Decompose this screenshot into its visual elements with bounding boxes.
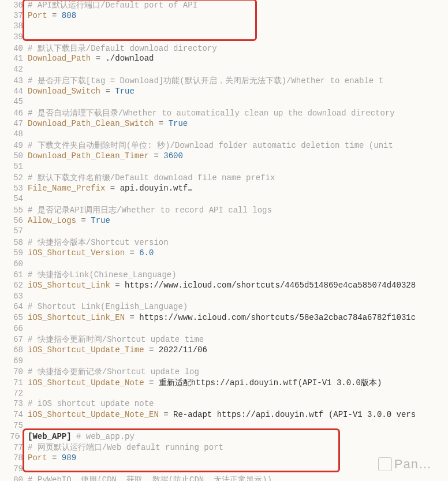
code-line: 42 (0, 65, 448, 76)
comment: # API默认运行端口/Default port of API (28, 0, 197, 10)
code-line: 69 (0, 356, 448, 367)
code-line: 80# PyWebIO……使用(CDN……获取……数据(防止CDN……无法正常显… (0, 475, 448, 481)
code-line: 70# 快捷指令更新记录/Shortcut update log (0, 367, 448, 378)
code-line: 62iOS_Shortcut_Link = https://www.icloud… (0, 281, 448, 292)
code-line: 44Download_Switch = True (0, 87, 448, 98)
code-content: Port = 808 (28, 11, 76, 20)
code-line: 76▾[Web_APP] # web_app.py (0, 432, 448, 443)
code-line: 41Download_Path = ./download (0, 54, 448, 65)
code-line: 53File_Name_Prefix = api.douyin.wtf (0, 184, 448, 195)
code-line: 36 # API默认运行端口/Default port of API (0, 0, 448, 11)
code-line: 60 (0, 259, 448, 270)
text-cursor (188, 189, 192, 191)
code-line: 43# 是否开启下载[tag = Download]功能(默认开启，关闭后无法下… (0, 76, 448, 87)
code-line: 61# 快捷指令Link(Chinese_Language) (0, 270, 448, 281)
code-line: 68iOS_Shortcut_Update_Time = 2022/11/06 (0, 345, 448, 356)
code-line: 65iOS_Shortcut_Link_EN = https://www.icl… (0, 313, 448, 324)
code-line: 57 (0, 226, 448, 237)
code-line: 73# iOS shortcut update note (0, 399, 448, 410)
code-line: 37 Port = 808 (0, 11, 448, 22)
code-line: 75 (0, 421, 448, 432)
code-line: 77# 网页默认运行端口/Web default running port (0, 442, 448, 453)
code-line: 59iOS_Shortcut_Version = 6.0 (0, 248, 448, 259)
code-line: 64# Shortcut Link(English_Language) (0, 302, 448, 313)
code-line: 63 (0, 292, 448, 303)
code-line: 49# 下载文件夹自动删除时间(单位: 秒)/Download folder a… (0, 140, 448, 151)
code-line: 66 (0, 324, 448, 335)
code-line: 40# 默认下载目录/Default download directory (0, 43, 448, 54)
code-line: 39 (0, 32, 448, 43)
code-line: 47Download_Path_Clean_Switch = True (0, 119, 448, 130)
code-line: 56Allow_Logs = True (0, 216, 448, 227)
code-line: 46# 是否自动清理下载目录/Whether to automatically … (0, 108, 448, 119)
code-line: 54 (0, 194, 448, 205)
wechat-icon (378, 457, 392, 471)
line-number: 38 (0, 21, 28, 31)
code-line: 58# 快捷指令版本/Shortcut version (0, 237, 448, 248)
line-number: 37 (0, 11, 28, 20)
code-line: 71iOS_Shortcut_Update_Note = 重新适配https:/… (0, 378, 448, 389)
code-line: 51 (0, 162, 448, 173)
code-line: 38 (0, 21, 448, 32)
code-editor[interactable]: 36 # API默认运行端口/Default port of API 37 Po… (0, 0, 448, 481)
code-line: 67# 快捷指令更新时间/Shortcut update time (0, 334, 448, 345)
code-line: 55# 是否记录API调用日志/Whether to record API ca… (0, 205, 448, 216)
code-line: 50Download_Path_Clean_Timer = 3600 (0, 151, 448, 162)
watermark-text: Pan… (394, 457, 432, 472)
fold-icon[interactable]: ▾ (17, 434, 21, 440)
watermark: Pan… (378, 457, 432, 472)
code-line: 52# 默认下载文件名前缀/Default download file name… (0, 173, 448, 184)
code-line: 48 (0, 129, 448, 140)
line-number: 36 (0, 1, 28, 10)
code-line: 74iOS_Shortcut_Update_Note_EN = Re-adapt… (0, 410, 448, 421)
code-line: 45 (0, 97, 448, 108)
code-line: 72 (0, 389, 448, 400)
